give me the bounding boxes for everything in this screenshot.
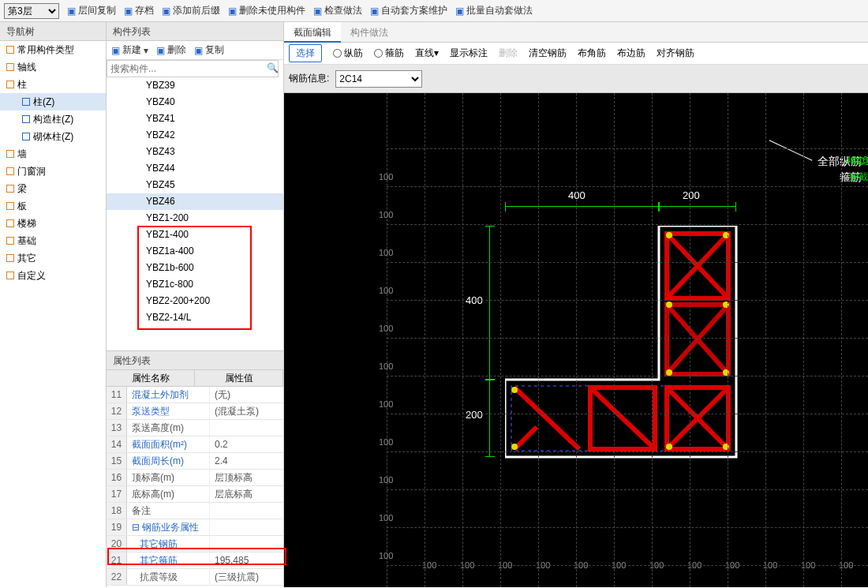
comp-item[interactable]: YBZ2-200+200 <box>107 293 283 309</box>
btn-select[interactable]: 选择 <box>289 44 322 62</box>
value-stirrup: 按截 <box>849 170 868 184</box>
btn-show-dim[interactable]: 显示标注 <box>450 47 488 60</box>
search-input[interactable] <box>107 60 279 77</box>
grid-label: 100 <box>379 551 393 560</box>
tab-section-edit[interactable]: 截面编辑 <box>284 22 341 43</box>
nav-item-板[interactable]: 板 <box>0 197 106 215</box>
nav-item-砌体柱(Z)[interactable]: 砌体柱(Z) <box>0 128 106 145</box>
prop-row[interactable]: 19⊟ 钢筋业务属性 <box>107 519 283 536</box>
grid-label: 100 <box>379 399 393 409</box>
btn-del[interactable]: 删除 <box>499 47 518 60</box>
folder-icon <box>6 272 14 279</box>
comp-item[interactable]: YBZ2-14/L <box>107 309 283 326</box>
prop-row[interactable]: 21 其它箍筋195,485 <box>107 552 283 569</box>
btn-copy[interactable]: ▣复制 <box>194 43 224 57</box>
folder-icon <box>6 46 14 54</box>
component-panel: 构件列表 ▣新建▾ ▣删除 ▣复制 🔍 YBZ39YBZ40YBZ41YBZ42… <box>107 22 284 587</box>
grid-label: 100 <box>379 475 393 485</box>
editor-panel: 截面编辑 构件做法 选择 纵筋 箍筋 直线▾ 显示标注 删除 清空钢筋 布角筋 … <box>284 22 868 587</box>
grid-label: 100 <box>379 361 393 371</box>
prop-head-val: 属性值 <box>195 370 283 386</box>
folder-icon <box>6 63 14 71</box>
btn-check[interactable]: ▣检查做法 <box>313 4 362 17</box>
svg-point-7 <box>511 444 518 450</box>
search-icon[interactable]: 🔍 <box>267 62 279 73</box>
btn-delete[interactable]: ▣删除 <box>156 43 186 57</box>
grid-label: 100 <box>379 172 393 182</box>
prop-row[interactable]: 20 其它钢筋 <box>107 536 283 552</box>
nav-item-常用构件类型[interactable]: 常用构件类型 <box>0 41 106 58</box>
nav-item-基础[interactable]: 基础 <box>0 232 106 249</box>
btn-new[interactable]: ▣新建▾ <box>111 43 148 57</box>
comp-item[interactable]: YBZ43 <box>107 144 283 160</box>
nav-item-楼梯[interactable]: 楼梯 <box>0 215 106 232</box>
comp-item[interactable]: YBZ1b-600 <box>107 260 283 276</box>
btn-edge[interactable]: 布边筋 <box>617 47 645 60</box>
comp-item[interactable]: YBZ1-200 <box>107 210 283 227</box>
svg-point-0 <box>666 232 672 238</box>
comp-item[interactable]: YBZ46 <box>107 193 283 210</box>
column-icon <box>22 133 30 140</box>
section-canvas[interactable]: 400 200 400 200 <box>284 93 868 587</box>
prop-head-name: 属性名称 <box>107 370 195 386</box>
nav-item-门窗洞[interactable]: 门窗洞 <box>0 163 106 180</box>
comp-item[interactable]: YBZ42 <box>107 127 283 144</box>
prop-row[interactable]: 22 抗震等级(三级抗震) <box>107 569 283 586</box>
prop-row[interactable]: 11混凝土外加剂(无) <box>107 387 283 403</box>
tab-comp-method[interactable]: 构件做法 <box>341 22 398 43</box>
btn-batch-auto[interactable]: ▣批量自动套做法 <box>455 4 533 17</box>
svg-point-9 <box>666 301 672 308</box>
prop-row[interactable]: 14截面面积(m²)0.2 <box>107 436 283 453</box>
grid-label: 100 <box>379 286 393 295</box>
prop-row[interactable]: 17底标高(m)层底标高 <box>107 486 283 503</box>
nav-item-柱(Z)[interactable]: 柱(Z) <box>0 93 106 110</box>
prop-row[interactable]: 16顶标高(m)层顶标高 <box>107 470 283 486</box>
nav-title: 导航树 <box>0 22 106 41</box>
btn-line[interactable]: 直线▾ <box>415 47 439 60</box>
comp-item[interactable]: YBZ1-400 <box>107 227 283 243</box>
folder-icon <box>6 81 14 88</box>
nav-item-梁[interactable]: 梁 <box>0 180 106 197</box>
svg-point-6 <box>511 387 518 393</box>
btn-prefix[interactable]: ▣添加前后缀 <box>162 4 220 17</box>
rebar-info-label: 钢筋信息: <box>289 72 329 85</box>
top-toolbar: 第3层 ▣层间复制 ▣存档 ▣添加前后缀 ▣删除未使用构件 ▣检查做法 ▣自动套… <box>0 0 868 22</box>
btn-floor-copy[interactable]: ▣层间复制 <box>67 4 116 17</box>
prop-row[interactable]: 18备注 <box>107 503 283 519</box>
btn-auto-maintain[interactable]: ▣自动套方案维护 <box>370 4 447 17</box>
prop-row[interactable]: 13泵送高度(m) <box>107 420 283 436</box>
comp-item[interactable]: YBZ44 <box>107 160 283 177</box>
comp-item[interactable]: YBZ39 <box>107 77 283 94</box>
btn-corner[interactable]: 布角筋 <box>578 47 606 60</box>
svg-point-2 <box>666 369 672 376</box>
radio-stirrup[interactable]: 箍筋 <box>374 47 404 60</box>
folder-icon <box>6 219 14 227</box>
nav-item-柱[interactable]: 柱 <box>0 76 106 93</box>
comp-item[interactable]: YBZ1c-800 <box>107 276 283 293</box>
floor-select[interactable]: 第3层 <box>4 3 59 19</box>
folder-icon <box>6 237 14 245</box>
prop-row[interactable]: 15截面周长(m)2.4 <box>107 453 283 470</box>
nav-item-自定义[interactable]: 自定义 <box>0 267 106 284</box>
column-section <box>505 226 738 459</box>
comp-item[interactable]: YBZ40 <box>107 94 283 110</box>
grid-label: 100 <box>379 513 393 522</box>
nav-item-构造柱(Z)[interactable]: 构造柱(Z) <box>0 110 106 128</box>
column-icon <box>22 115 30 123</box>
btn-clear-rebar[interactable]: 清空钢筋 <box>529 47 567 60</box>
comp-item[interactable]: YBZ41 <box>107 110 283 127</box>
btn-align[interactable]: 对齐钢筋 <box>657 47 694 60</box>
rebar-info-select[interactable]: 2C14 <box>335 70 422 88</box>
folder-icon <box>6 254 14 262</box>
folder-icon <box>6 202 14 210</box>
radio-longitudinal[interactable]: 纵筋 <box>333 47 363 60</box>
nav-item-轴线[interactable]: 轴线 <box>0 58 106 76</box>
svg-point-4 <box>666 444 672 450</box>
nav-item-其它[interactable]: 其它 <box>0 249 106 267</box>
nav-item-墙[interactable]: 墙 <box>0 145 106 163</box>
prop-row[interactable]: 12泵送类型(混凝土泵) <box>107 403 283 420</box>
btn-archive[interactable]: ▣存档 <box>124 4 154 17</box>
comp-item[interactable]: YBZ45 <box>107 177 283 193</box>
btn-del-unused[interactable]: ▣删除未使用构件 <box>228 4 305 17</box>
comp-item[interactable]: YBZ1a-400 <box>107 243 283 260</box>
